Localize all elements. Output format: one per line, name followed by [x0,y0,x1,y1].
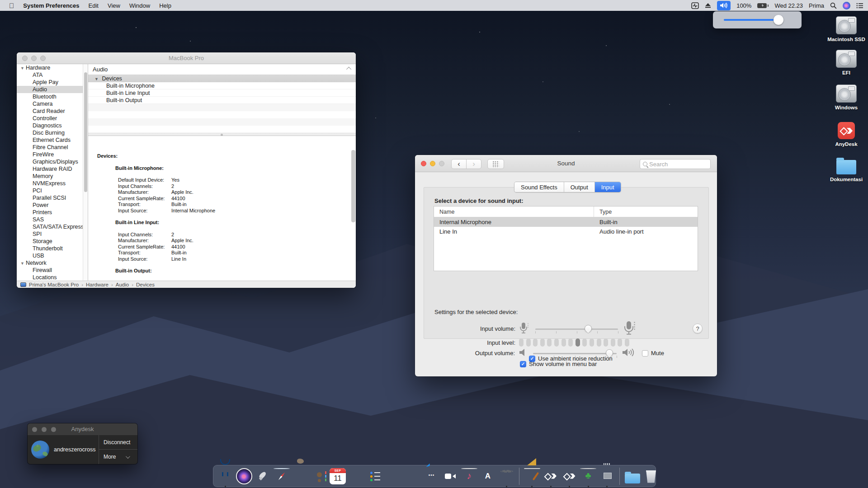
sidebar-item-audio[interactable]: Audio [17,86,88,93]
sidebar-item-card-reader[interactable]: Card Reader [17,108,88,115]
menu-edit[interactable]: Edit [89,2,99,9]
sidebar-item-storage[interactable]: Storage [17,238,88,245]
device-row-internal-microphone[interactable]: Internal MicrophoneBuilt-in [434,217,698,227]
dock-mail-icon[interactable] [292,468,308,484]
sidebar-item-usb[interactable]: USB [17,252,88,259]
sysinfo-titlebar[interactable]: MacBook Pro [17,52,356,64]
menu-view[interactable]: View [108,2,120,9]
show-volume-checkbox[interactable]: ✓ [520,361,526,367]
collapse-chevron-icon[interactable] [346,67,351,72]
dock-finder-icon[interactable] [217,468,233,484]
sidebar-item-controller[interactable]: Controller [17,115,88,122]
ambient-noise-checkbox[interactable]: ✓ [529,356,535,362]
sound-titlebar[interactable]: ‹ › Sound [415,155,717,172]
dock-safari-icon[interactable] [274,468,290,484]
tab-input[interactable]: Input [595,182,621,192]
notification-center-icon[interactable] [856,3,863,9]
dock-sysprefs-icon[interactable] [499,468,515,484]
sidebar-item-memory[interactable]: Memory [17,173,88,180]
dock-photos-icon[interactable] [405,468,421,484]
dock-appstore-icon[interactable] [480,468,496,484]
device-row-line-in[interactable]: Line InAudio line-in port [434,227,698,236]
sidebar-item-parallel-scsi[interactable]: Parallel SCSI [17,194,88,202]
input-volume-knob[interactable] [585,325,592,332]
desktop-icon-efi[interactable]: EFI [826,50,867,76]
dock-launchpad-icon[interactable] [255,468,271,484]
dock-trash-icon[interactable] [643,468,659,484]
sidebar-item-diagnostics[interactable]: Diagnostics [17,122,88,129]
dock-downloads-icon[interactable] [624,468,641,484]
sidebar-item-ata[interactable]: ATA [17,71,88,79]
sidebar-item-bluetooth[interactable]: Bluetooth [17,93,88,100]
disconnect-button[interactable]: Disconnect [99,435,137,450]
device-row-built-in-line-input[interactable]: Built-in Line Input [88,89,356,97]
input-volume-slider[interactable] [535,325,618,333]
desktop-icon-macintosh-ssd[interactable]: Macintosh SSD [826,16,867,42]
menu-system-preferences[interactable]: System Preferences [23,2,79,9]
menu-user[interactable]: Prima [809,2,824,9]
sidebar-item-firewall[interactable]: Firewall [17,267,88,274]
dock-reminders-icon[interactable] [367,468,383,484]
sidebar-item-pci[interactable]: PCI [17,187,88,194]
sidebar-item-thunderbolt[interactable]: Thunderbolt [17,245,88,252]
desktop-icon-windows[interactable]: Windows [826,84,867,111]
sidebar-item-fibre-channel[interactable]: Fibre Channel [17,144,88,151]
sidebar-item-hardware-raid[interactable]: Hardware RAID [17,165,88,173]
desktop-icon-anydesk[interactable]: AnyDesk [826,122,867,147]
table-header[interactable]: Name Type [434,206,698,217]
eject-icon[interactable] [705,3,711,8]
siri-icon[interactable] [843,2,850,9]
search-input[interactable] [649,161,708,168]
menu-help[interactable]: Help [159,2,171,9]
dock-siri-icon[interactable] [236,468,252,484]
dock-clover-icon[interactable] [580,468,596,484]
sidebar-item-firewire[interactable]: FireWire [17,151,88,158]
menu-clock[interactable]: Wed 22.23 [774,2,803,9]
sidebar-item-hardware[interactable]: ▼Hardware [17,64,88,71]
volume-menu-icon[interactable] [717,1,731,10]
sidebar-item-locations[interactable]: Locations [17,274,88,281]
device-row-built-in-microphone[interactable]: Built-in Microphone [88,82,356,89]
dock-calendar-icon[interactable]: SEP11 [330,468,346,484]
dock-sysinfo-icon[interactable] [599,468,615,484]
dock-facetime-icon[interactable] [442,468,458,484]
sidebar-item-disc-burning[interactable]: Disc Burning [17,129,88,136]
sidebar-item-ethernet-cards[interactable]: Ethernet Cards [17,136,88,144]
dock-anydesk-icon[interactable] [542,468,559,484]
menu-window[interactable]: Window [129,2,150,9]
dock-messages-icon[interactable] [424,468,440,484]
sidebar-item-nvmexpress[interactable]: NVMExpress [17,180,88,187]
dock-notes-icon[interactable] [349,468,365,484]
drive-icon[interactable] [836,84,857,103]
drive-icon[interactable] [836,16,857,34]
devices-group-row[interactable]: ▼ Devices [88,75,356,82]
anydesk-titlebar[interactable]: Anydesk [28,423,137,435]
drive-icon[interactable] [836,50,857,68]
sidebar-item-sas[interactable]: SAS [17,216,88,223]
device-row-built-in-output[interactable]: Built-in Output [88,97,356,104]
details-scrollbar[interactable] [351,150,355,222]
volume-popup-knob[interactable] [774,15,783,25]
dock-contacts-icon[interactable] [311,468,327,484]
sidebar-item-camera[interactable]: Camera [17,100,88,108]
volume-popup-track[interactable] [724,19,783,21]
pane-splitter[interactable] [88,133,356,136]
sidebar-item-network[interactable]: ▼Network [17,259,88,267]
spotlight-icon[interactable] [830,2,837,9]
anydesk-icon[interactable] [838,122,855,139]
sidebar-item-printers[interactable]: Printers [17,209,88,216]
sidebar-item-power[interactable]: Power [17,202,88,209]
dock-anydesk2-icon[interactable] [561,468,578,484]
dock-maps-icon[interactable] [386,468,402,484]
mute-checkbox[interactable] [642,350,648,357]
help-button[interactable]: ? [693,324,703,333]
apple-menu-icon[interactable]:  [9,2,14,9]
tab-output[interactable]: Output [564,182,595,192]
dock-itunes-icon[interactable] [461,468,477,484]
search-field[interactable] [640,159,711,169]
folder-icon[interactable] [836,160,856,174]
tab-sound-effects[interactable]: Sound Effects [514,182,564,192]
sidebar-scrollbar[interactable] [83,64,88,281]
disclosure-triangle-icon[interactable]: ▼ [94,77,99,81]
dock-installer-icon[interactable] [524,468,540,484]
